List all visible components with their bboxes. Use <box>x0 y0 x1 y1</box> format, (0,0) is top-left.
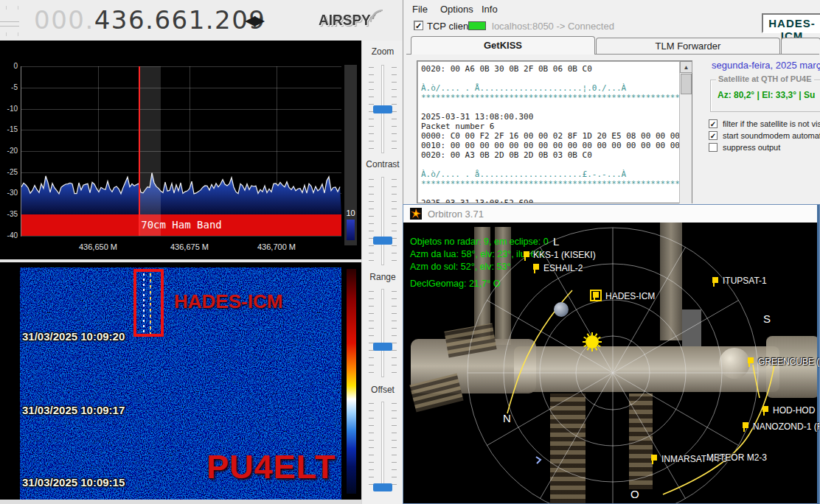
tab-partial[interactable] <box>781 38 820 55</box>
frequency-tick: 436,675 M <box>156 242 223 251</box>
offset-slider-label: Offset <box>362 385 403 395</box>
scroll-thumb[interactable] <box>681 74 692 94</box>
satellite-marker[interactable] <box>748 357 754 367</box>
orbitron-radar-view[interactable]: L S N O Objetos no radar: 9, em eclipse:… <box>403 223 819 503</box>
slider-ticks <box>369 291 374 377</box>
suppress-checkbox[interactable] <box>709 143 718 152</box>
terminal-line: À.ò/.... . å.....................£.-.-..… <box>421 169 689 179</box>
moon-symbol <box>554 302 569 317</box>
range-slider-track[interactable] <box>381 289 384 377</box>
decoder-window: File Options Info ✓ TCP client localhost… <box>403 0 820 204</box>
scroll-up-button[interactable]: ▲ <box>680 61 692 73</box>
band-plan-bar: 70cm Ham Band <box>21 214 341 236</box>
terminal-line: 2025-03-31 13:08:00.300 <box>421 112 689 122</box>
soundmodem-checkbox[interactable]: ✓ <box>709 131 718 140</box>
satellite-label[interactable]: GREENCUBE (IO- <box>758 357 819 367</box>
zoom-slider-label: Zoom <box>362 46 403 57</box>
range-slider-thumb[interactable] <box>373 343 392 351</box>
satellite-label[interactable]: KKS-1 (KISEKI) <box>533 250 596 260</box>
offset-slider-thumb[interactable] <box>373 483 392 491</box>
db-tick: -25 <box>0 168 18 176</box>
waterfall-display[interactable]: HADES-ICM 31/03/2025 10:09:20 31/03/2025… <box>0 262 361 500</box>
satellite-marker[interactable] <box>533 264 539 273</box>
satellite-name-box: HADES-ICM <box>762 13 820 33</box>
window-edge <box>0 500 403 504</box>
tcp-client-label: TCP client <box>427 21 471 32</box>
filter-checkbox[interactable]: ✓ <box>709 119 718 128</box>
db-tick: 0 <box>0 62 18 70</box>
zoom-slider-thumb[interactable] <box>373 105 392 113</box>
orbitron-titlebar[interactable]: Orbitron 3.71 <box>403 205 819 223</box>
satellite-label[interactable]: HOD-HOD <box>773 405 815 416</box>
menu-info[interactable]: Info <box>482 4 498 15</box>
band-plan-label: 70cm Ham Band <box>21 219 341 231</box>
orbitron-window: Orbitron 3.71 <box>403 204 820 504</box>
tcp-client-checkbox[interactable]: ✓ <box>414 21 423 30</box>
db-tick: -5 <box>0 83 18 91</box>
menu-options[interactable]: Options <box>440 4 473 15</box>
satellite-label[interactable]: HADES-ICM <box>605 291 655 301</box>
radio-waves-icon <box>367 4 386 24</box>
terminal-line <box>421 189 689 198</box>
airspy-logo: AIRSPY <box>319 12 371 29</box>
spectrum-trace <box>21 66 341 236</box>
suppress-label: suppress output <box>723 143 820 152</box>
terminal-line: ****************************************… <box>421 179 689 189</box>
kiss-terminal[interactable]: 0020: 00 A6 0B 30 0B 2F 0B 06 0B C0 À.ò/… <box>417 60 692 203</box>
menu-file[interactable]: File <box>412 4 428 15</box>
satellite-marker[interactable] <box>762 406 768 416</box>
terminal-line <box>421 160 689 169</box>
terminal-line: ****************************************… <box>421 93 689 102</box>
frequency-step-arrows[interactable]: ◀▶ <box>245 12 263 29</box>
satellite-marker[interactable] <box>651 455 657 464</box>
panel-handle[interactable] <box>0 26 19 27</box>
slider-ticks <box>392 403 397 489</box>
signal-annotation: HADES-ICM <box>174 290 282 313</box>
panel-handle[interactable] <box>0 21 19 22</box>
terminal-line: 2025-03-31 13:08:52.690 <box>421 198 689 203</box>
satellite-label[interactable]: ITUPSAT-1 <box>723 276 767 286</box>
contrast-slider-track[interactable] <box>381 177 384 265</box>
tab-tlm-forwarder[interactable]: TLM Forwarder <box>596 38 780 55</box>
satellite-marker[interactable] <box>712 277 718 287</box>
frequency-value[interactable]: 436.661.209 <box>94 5 266 35</box>
db-tick: -30 <box>0 189 18 197</box>
option-suppress-row: suppress output <box>709 143 820 153</box>
spectrum-scrollbar[interactable] <box>344 65 357 245</box>
contrast-slider-label: Contrast <box>362 159 403 169</box>
current-date: segunda-feira, 2025 març <box>712 60 820 71</box>
tick-mark <box>6 6 7 10</box>
terminal-scrollbar[interactable]: ▲ <box>679 61 692 203</box>
contrast-slider-thumb[interactable] <box>373 237 392 245</box>
terminal-line: 0020: 00 A3 0B 2D 0B 2D 0B 03 0B C0 <box>421 150 689 160</box>
waterfall-timestamp: 31/03/2025 10:09:20 <box>22 330 125 343</box>
filter-label: filter if the satellite is not visi <box>723 119 820 128</box>
signal-highlight-box <box>133 269 164 337</box>
tick-mark <box>6 32 7 36</box>
slider-ticks <box>392 179 397 265</box>
frequency-tick: 436,650 M <box>65 242 131 251</box>
offset-slider-track[interactable] <box>381 402 384 490</box>
sdr-topbar: 000.436.661.209 ◀▶ AIRSPY <box>0 0 403 41</box>
tab-getkiss[interactable]: GetKISS <box>411 36 595 55</box>
compass-east: L <box>553 235 559 248</box>
terminal-line: 0020: 00 A6 0B 30 0B 2F 0B 06 0B C0 <box>421 64 689 74</box>
soundmodem-label: start soundmodem automati <box>723 131 820 140</box>
slider-ticks <box>369 403 374 489</box>
gridline <box>21 236 341 237</box>
satellite-marker[interactable] <box>593 292 599 301</box>
satellite-label[interactable]: ESHAIL-2 <box>543 263 583 273</box>
satellite-marker[interactable] <box>743 422 748 432</box>
satellite-label[interactable]: NANOZOND-1 (RS <box>753 421 819 432</box>
spectrum-display[interactable]: 0 -5 -10 -15 -20 -25 -30 -35 -40 70cm Ha… <box>0 41 361 259</box>
tuning-bandwidth[interactable] <box>140 66 161 236</box>
compass-north: N <box>503 412 511 424</box>
waterfall-color-scale <box>347 269 356 494</box>
satellite-marker[interactable] <box>524 251 529 261</box>
terminal-line <box>421 74 689 83</box>
terminal-line: À.ò/.... . Å.....................¦.0./..… <box>421 83 689 93</box>
waterfall-timestamp: 31/03/2025 10:09:17 <box>22 404 125 416</box>
connection-led <box>468 21 486 30</box>
satellite-label[interactable]: METEOR M2-3 <box>706 452 767 463</box>
frequency-display[interactable]: 000.436.661.209 <box>34 5 266 35</box>
